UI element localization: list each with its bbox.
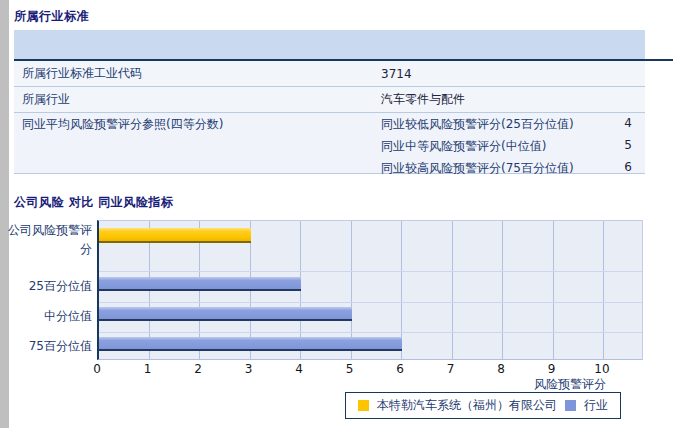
list-item: 同业较高风险预警评分(75百分位值) 6: [381, 160, 645, 182]
chart-legend: 本特勒汽车系统（福州）有限公司 行业: [345, 392, 621, 419]
x-tick-1: 1: [137, 362, 159, 376]
peer-median-label: 同业中等风险预警评分(中位值): [381, 138, 546, 155]
x-tick-6: 6: [389, 362, 411, 376]
list-item: 同业较低风险预警评分(25百分位值) 4: [381, 116, 645, 138]
x-tick-9: 9: [541, 362, 563, 376]
peer-low-label: 同业较低风险预警评分(25百分位值): [381, 116, 574, 133]
report-page: 所属行业标准 所属行业标准工业代码 3714 所属行业 汽车零件与配件 同业平均…: [0, 0, 673, 428]
x-tick-5: 5: [339, 362, 361, 376]
gridline-x-10: [603, 221, 604, 359]
row-label-sic-code: 所属行业标准工业代码: [14, 65, 381, 82]
gridline-x-8: [502, 221, 503, 359]
table-row: 所属行业 汽车零件与配件: [14, 87, 645, 113]
table-row: 同业平均风险预警评分参照(四等分数) 同业较低风险预警评分(25百分位值) 4 …: [14, 113, 645, 174]
slot-separator: [99, 271, 642, 272]
x-axis-label: 风险预警评分: [460, 376, 606, 393]
category-label-25th-percentile: 25百分位值: [0, 277, 92, 296]
slot-separator: [99, 302, 642, 303]
bar-25th-percentile: [99, 277, 301, 291]
x-tick-2: 2: [187, 362, 209, 376]
table-row: 所属行业标准工业代码 3714: [14, 61, 645, 87]
x-tick-0: 0: [86, 362, 108, 376]
slot-separator: [99, 332, 642, 333]
gridline-x-7: [452, 221, 453, 359]
industry-legend-label: 行业: [584, 397, 608, 414]
row-value-sic-code: 3714: [381, 67, 412, 81]
table-header-band: [14, 30, 645, 59]
x-tick-3: 3: [238, 362, 260, 376]
peer-high-label: 同业较高风险预警评分(75百分位值): [381, 160, 574, 177]
row-value-industry: 汽车零件与配件: [381, 91, 465, 108]
category-label-75th-percentile: 75百分位值: [0, 337, 92, 356]
gridline-x-9: [553, 221, 554, 359]
bar-chart-plot-area: [97, 220, 643, 360]
bar-median: [99, 307, 352, 321]
category-label-median: 中分位值: [0, 307, 92, 326]
section-title-risk-comparison: 公司风险 对比 同业风险指标: [14, 194, 173, 211]
peer-median-value: 5: [624, 138, 632, 152]
list-item: 同业中等风险预警评分(中位值) 5: [381, 138, 645, 160]
peer-high-value: 6: [624, 160, 632, 174]
bar-company-score: [99, 228, 251, 243]
peer-low-value: 4: [624, 116, 632, 130]
x-axis-ticks: 012345678910: [97, 362, 643, 376]
left-gutter: [0, 0, 9, 428]
x-tick-7: 7: [440, 362, 462, 376]
bar-75th-percentile: [99, 337, 402, 351]
row-label-peer-average: 同业平均风险预警评分参照(四等分数): [14, 113, 381, 133]
company-legend-swatch: [358, 400, 369, 411]
peer-score-list: 同业较低风险预警评分(25百分位值) 4 同业中等风险预警评分(中位值) 5 同…: [381, 113, 645, 182]
x-tick-8: 8: [490, 362, 512, 376]
category-label-company-score: 公司风险预警评分: [0, 221, 92, 259]
company-legend-label: 本特勒汽车系统（福州）有限公司: [377, 397, 557, 414]
x-tick-4: 4: [288, 362, 310, 376]
industry-legend-swatch: [565, 400, 576, 411]
row-label-industry: 所属行业: [14, 91, 381, 108]
x-tick-10: 10: [591, 362, 613, 376]
section-title-industry-standard: 所属行业标准: [14, 8, 89, 25]
